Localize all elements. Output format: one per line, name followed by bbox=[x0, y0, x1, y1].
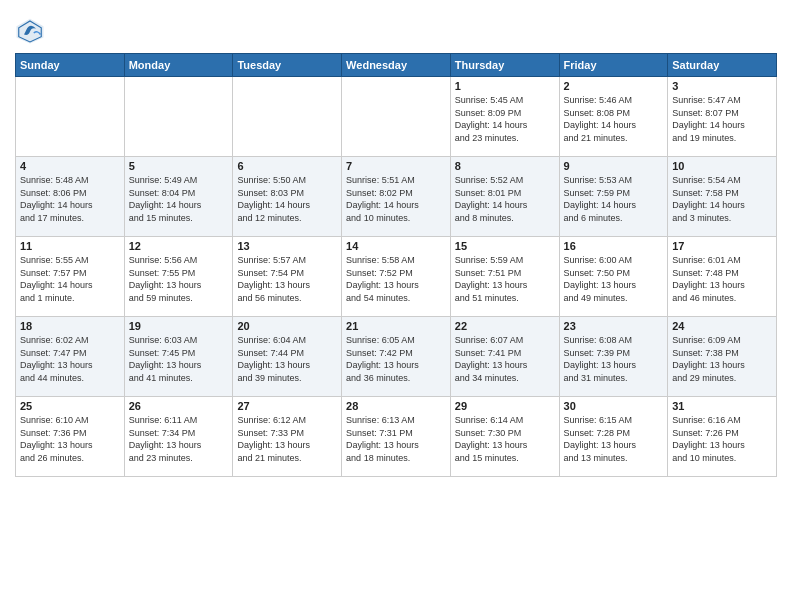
calendar-cell: 17Sunrise: 6:01 AM Sunset: 7:48 PM Dayli… bbox=[668, 237, 777, 317]
day-number: 12 bbox=[129, 240, 229, 252]
column-header-sunday: Sunday bbox=[16, 54, 125, 77]
header bbox=[15, 10, 777, 45]
day-info: Sunrise: 6:01 AM Sunset: 7:48 PM Dayligh… bbox=[672, 254, 772, 304]
calendar-cell: 16Sunrise: 6:00 AM Sunset: 7:50 PM Dayli… bbox=[559, 237, 668, 317]
day-number: 30 bbox=[564, 400, 664, 412]
calendar-cell: 11Sunrise: 5:55 AM Sunset: 7:57 PM Dayli… bbox=[16, 237, 125, 317]
calendar-week-row: 4Sunrise: 5:48 AM Sunset: 8:06 PM Daylig… bbox=[16, 157, 777, 237]
day-number: 26 bbox=[129, 400, 229, 412]
logo-icon bbox=[15, 15, 45, 45]
day-number: 1 bbox=[455, 80, 555, 92]
day-info: Sunrise: 6:10 AM Sunset: 7:36 PM Dayligh… bbox=[20, 414, 120, 464]
calendar-cell: 8Sunrise: 5:52 AM Sunset: 8:01 PM Daylig… bbox=[450, 157, 559, 237]
day-info: Sunrise: 5:55 AM Sunset: 7:57 PM Dayligh… bbox=[20, 254, 120, 304]
day-info: Sunrise: 5:53 AM Sunset: 7:59 PM Dayligh… bbox=[564, 174, 664, 224]
calendar-cell: 9Sunrise: 5:53 AM Sunset: 7:59 PM Daylig… bbox=[559, 157, 668, 237]
calendar-cell: 19Sunrise: 6:03 AM Sunset: 7:45 PM Dayli… bbox=[124, 317, 233, 397]
day-info: Sunrise: 6:13 AM Sunset: 7:31 PM Dayligh… bbox=[346, 414, 446, 464]
day-info: Sunrise: 5:48 AM Sunset: 8:06 PM Dayligh… bbox=[20, 174, 120, 224]
calendar-cell: 29Sunrise: 6:14 AM Sunset: 7:30 PM Dayli… bbox=[450, 397, 559, 477]
day-number: 11 bbox=[20, 240, 120, 252]
calendar-cell: 18Sunrise: 6:02 AM Sunset: 7:47 PM Dayli… bbox=[16, 317, 125, 397]
day-info: Sunrise: 5:57 AM Sunset: 7:54 PM Dayligh… bbox=[237, 254, 337, 304]
page-container: SundayMondayTuesdayWednesdayThursdayFrid… bbox=[0, 0, 792, 487]
calendar-cell: 14Sunrise: 5:58 AM Sunset: 7:52 PM Dayli… bbox=[342, 237, 451, 317]
calendar-cell: 28Sunrise: 6:13 AM Sunset: 7:31 PM Dayli… bbox=[342, 397, 451, 477]
day-number: 19 bbox=[129, 320, 229, 332]
day-info: Sunrise: 6:14 AM Sunset: 7:30 PM Dayligh… bbox=[455, 414, 555, 464]
calendar-table: SundayMondayTuesdayWednesdayThursdayFrid… bbox=[15, 53, 777, 477]
calendar-cell: 6Sunrise: 5:50 AM Sunset: 8:03 PM Daylig… bbox=[233, 157, 342, 237]
calendar-cell bbox=[342, 77, 451, 157]
day-info: Sunrise: 6:12 AM Sunset: 7:33 PM Dayligh… bbox=[237, 414, 337, 464]
calendar-cell: 4Sunrise: 5:48 AM Sunset: 8:06 PM Daylig… bbox=[16, 157, 125, 237]
day-info: Sunrise: 5:47 AM Sunset: 8:07 PM Dayligh… bbox=[672, 94, 772, 144]
day-info: Sunrise: 5:54 AM Sunset: 7:58 PM Dayligh… bbox=[672, 174, 772, 224]
calendar-cell: 5Sunrise: 5:49 AM Sunset: 8:04 PM Daylig… bbox=[124, 157, 233, 237]
calendar-cell: 30Sunrise: 6:15 AM Sunset: 7:28 PM Dayli… bbox=[559, 397, 668, 477]
day-info: Sunrise: 5:51 AM Sunset: 8:02 PM Dayligh… bbox=[346, 174, 446, 224]
calendar-cell: 25Sunrise: 6:10 AM Sunset: 7:36 PM Dayli… bbox=[16, 397, 125, 477]
day-info: Sunrise: 5:58 AM Sunset: 7:52 PM Dayligh… bbox=[346, 254, 446, 304]
calendar-cell: 13Sunrise: 5:57 AM Sunset: 7:54 PM Dayli… bbox=[233, 237, 342, 317]
day-info: Sunrise: 5:56 AM Sunset: 7:55 PM Dayligh… bbox=[129, 254, 229, 304]
day-number: 6 bbox=[237, 160, 337, 172]
day-number: 22 bbox=[455, 320, 555, 332]
calendar-cell: 3Sunrise: 5:47 AM Sunset: 8:07 PM Daylig… bbox=[668, 77, 777, 157]
calendar-week-row: 11Sunrise: 5:55 AM Sunset: 7:57 PM Dayli… bbox=[16, 237, 777, 317]
day-info: Sunrise: 6:09 AM Sunset: 7:38 PM Dayligh… bbox=[672, 334, 772, 384]
day-info: Sunrise: 6:05 AM Sunset: 7:42 PM Dayligh… bbox=[346, 334, 446, 384]
calendar-cell: 20Sunrise: 6:04 AM Sunset: 7:44 PM Dayli… bbox=[233, 317, 342, 397]
day-number: 21 bbox=[346, 320, 446, 332]
day-number: 31 bbox=[672, 400, 772, 412]
day-number: 27 bbox=[237, 400, 337, 412]
day-number: 10 bbox=[672, 160, 772, 172]
calendar-cell: 22Sunrise: 6:07 AM Sunset: 7:41 PM Dayli… bbox=[450, 317, 559, 397]
calendar-header-row: SundayMondayTuesdayWednesdayThursdayFrid… bbox=[16, 54, 777, 77]
day-number: 29 bbox=[455, 400, 555, 412]
day-number: 13 bbox=[237, 240, 337, 252]
day-info: Sunrise: 6:04 AM Sunset: 7:44 PM Dayligh… bbox=[237, 334, 337, 384]
calendar-cell: 1Sunrise: 5:45 AM Sunset: 8:09 PM Daylig… bbox=[450, 77, 559, 157]
day-info: Sunrise: 6:03 AM Sunset: 7:45 PM Dayligh… bbox=[129, 334, 229, 384]
calendar-cell: 27Sunrise: 6:12 AM Sunset: 7:33 PM Dayli… bbox=[233, 397, 342, 477]
calendar-week-row: 1Sunrise: 5:45 AM Sunset: 8:09 PM Daylig… bbox=[16, 77, 777, 157]
day-info: Sunrise: 5:52 AM Sunset: 8:01 PM Dayligh… bbox=[455, 174, 555, 224]
logo bbox=[15, 15, 48, 45]
day-number: 23 bbox=[564, 320, 664, 332]
day-info: Sunrise: 6:16 AM Sunset: 7:26 PM Dayligh… bbox=[672, 414, 772, 464]
calendar-cell: 24Sunrise: 6:09 AM Sunset: 7:38 PM Dayli… bbox=[668, 317, 777, 397]
day-number: 8 bbox=[455, 160, 555, 172]
day-number: 2 bbox=[564, 80, 664, 92]
day-number: 4 bbox=[20, 160, 120, 172]
calendar-cell: 26Sunrise: 6:11 AM Sunset: 7:34 PM Dayli… bbox=[124, 397, 233, 477]
day-info: Sunrise: 6:07 AM Sunset: 7:41 PM Dayligh… bbox=[455, 334, 555, 384]
day-info: Sunrise: 5:59 AM Sunset: 7:51 PM Dayligh… bbox=[455, 254, 555, 304]
calendar-cell bbox=[16, 77, 125, 157]
column-header-tuesday: Tuesday bbox=[233, 54, 342, 77]
day-info: Sunrise: 6:11 AM Sunset: 7:34 PM Dayligh… bbox=[129, 414, 229, 464]
column-header-wednesday: Wednesday bbox=[342, 54, 451, 77]
day-number: 3 bbox=[672, 80, 772, 92]
day-info: Sunrise: 6:15 AM Sunset: 7:28 PM Dayligh… bbox=[564, 414, 664, 464]
day-info: Sunrise: 5:49 AM Sunset: 8:04 PM Dayligh… bbox=[129, 174, 229, 224]
day-info: Sunrise: 6:02 AM Sunset: 7:47 PM Dayligh… bbox=[20, 334, 120, 384]
day-number: 20 bbox=[237, 320, 337, 332]
day-number: 5 bbox=[129, 160, 229, 172]
column-header-thursday: Thursday bbox=[450, 54, 559, 77]
day-info: Sunrise: 5:50 AM Sunset: 8:03 PM Dayligh… bbox=[237, 174, 337, 224]
calendar-cell: 15Sunrise: 5:59 AM Sunset: 7:51 PM Dayli… bbox=[450, 237, 559, 317]
calendar-cell bbox=[233, 77, 342, 157]
calendar-cell bbox=[124, 77, 233, 157]
calendar-cell: 23Sunrise: 6:08 AM Sunset: 7:39 PM Dayli… bbox=[559, 317, 668, 397]
calendar-cell: 7Sunrise: 5:51 AM Sunset: 8:02 PM Daylig… bbox=[342, 157, 451, 237]
calendar-cell: 2Sunrise: 5:46 AM Sunset: 8:08 PM Daylig… bbox=[559, 77, 668, 157]
column-header-saturday: Saturday bbox=[668, 54, 777, 77]
calendar-week-row: 25Sunrise: 6:10 AM Sunset: 7:36 PM Dayli… bbox=[16, 397, 777, 477]
day-number: 7 bbox=[346, 160, 446, 172]
day-number: 14 bbox=[346, 240, 446, 252]
calendar-cell: 31Sunrise: 6:16 AM Sunset: 7:26 PM Dayli… bbox=[668, 397, 777, 477]
day-number: 24 bbox=[672, 320, 772, 332]
column-header-friday: Friday bbox=[559, 54, 668, 77]
day-number: 9 bbox=[564, 160, 664, 172]
